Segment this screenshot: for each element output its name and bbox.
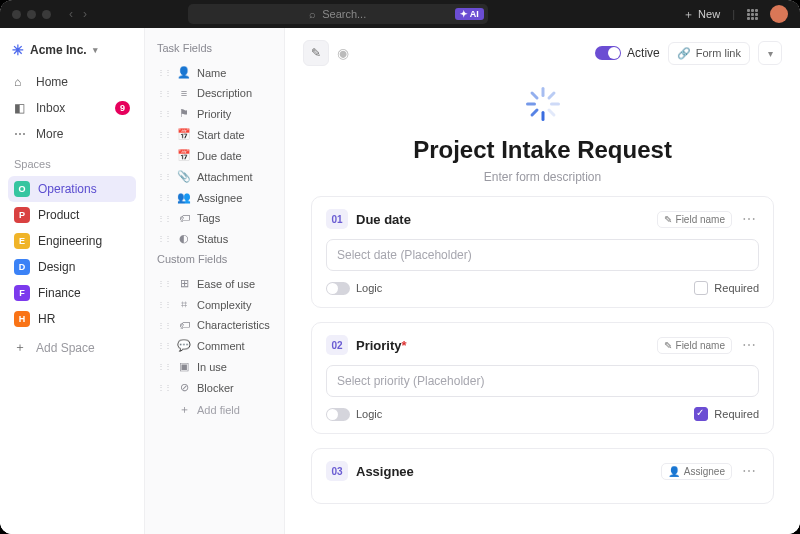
grip-icon[interactable]: ⋮⋮ bbox=[157, 362, 171, 371]
nav-inbox[interactable]: ◧Inbox9 bbox=[8, 96, 136, 120]
field-item-status[interactable]: ⋮⋮◐Status bbox=[151, 228, 278, 249]
field-title[interactable]: Due date bbox=[356, 212, 411, 227]
field-item-complexity[interactable]: ⋮⋮⌗Complexity bbox=[151, 294, 278, 315]
cal-icon: 📅 bbox=[178, 128, 190, 141]
edit-mode-button[interactable]: ✎ bbox=[303, 40, 329, 66]
chip-icon: 👤 bbox=[668, 466, 680, 477]
grip-icon[interactable]: ⋮⋮ bbox=[157, 89, 171, 98]
field-name-chip[interactable]: 👤Assignee bbox=[661, 463, 732, 480]
grip-icon[interactable]: ⋮⋮ bbox=[157, 234, 171, 243]
ai-badge[interactable]: ✦ AI bbox=[455, 8, 484, 20]
field-item-attachment[interactable]: ⋮⋮📎Attachment bbox=[151, 166, 278, 187]
space-label: Engineering bbox=[38, 234, 102, 248]
form-field-card-assignee[interactable]: 03Assignee👤Assignee⋯ bbox=[311, 448, 774, 504]
clip-icon: 📎 bbox=[178, 170, 190, 183]
sidebar-space-engineering[interactable]: EEngineering bbox=[8, 228, 136, 254]
history-forward-icon[interactable]: › bbox=[83, 7, 87, 21]
field-menu-button[interactable]: ⋯ bbox=[740, 463, 759, 479]
grip-icon[interactable]: ⋮⋮ bbox=[157, 193, 171, 202]
inbox-badge: 9 bbox=[115, 101, 130, 115]
active-toggle[interactable]: Active bbox=[595, 46, 660, 60]
field-placeholder-input[interactable]: Select date (Placeholder) bbox=[326, 239, 759, 271]
grip-icon[interactable]: ⋮⋮ bbox=[157, 300, 171, 309]
search-icon: ⌕ bbox=[309, 8, 316, 20]
search-placeholder: Search... bbox=[322, 8, 366, 20]
required-checkbox[interactable] bbox=[694, 407, 708, 421]
field-item-comment[interactable]: ⋮⋮💬Comment bbox=[151, 335, 278, 356]
sidebar-space-operations[interactable]: OOperations bbox=[8, 176, 136, 202]
grip-icon[interactable]: ⋮⋮ bbox=[157, 214, 171, 223]
field-placeholder-input[interactable]: Select priority (Placeholder) bbox=[326, 365, 759, 397]
grip-icon[interactable]: ⋮⋮ bbox=[157, 130, 171, 139]
logic-label: Logic bbox=[356, 282, 382, 294]
pencil-icon: ✎ bbox=[311, 46, 321, 60]
logic-toggle[interactable] bbox=[326, 408, 350, 421]
global-search[interactable]: ⌕ Search... ✦ AI bbox=[188, 4, 488, 24]
window-controls[interactable] bbox=[12, 10, 51, 19]
sidebar-space-hr[interactable]: HHR bbox=[8, 306, 136, 332]
add-field-button[interactable]: ⋮⋮＋Add field bbox=[151, 398, 278, 421]
avatar[interactable] bbox=[770, 5, 788, 23]
home-icon: ⌂ bbox=[14, 75, 28, 89]
field-item-blocker[interactable]: ⋮⋮⊘Blocker bbox=[151, 377, 278, 398]
grip-icon[interactable]: ⋮⋮ bbox=[157, 321, 171, 330]
preview-mode-button[interactable]: ◉ bbox=[337, 45, 349, 61]
grip-icon[interactable]: ⋮⋮ bbox=[157, 341, 171, 350]
form-title[interactable]: Project Intake Request bbox=[285, 136, 800, 164]
required-label: Required bbox=[714, 408, 759, 420]
required-checkbox[interactable] bbox=[694, 281, 708, 295]
logic-toggle[interactable] bbox=[326, 282, 350, 295]
field-item-characteristics[interactable]: ⋮⋮🏷Characteristics bbox=[151, 315, 278, 335]
form-builder-main: ✎ ◉ Active 🔗Form link ▾ Project Intake R… bbox=[285, 28, 800, 534]
field-label: Characteristics bbox=[197, 319, 270, 331]
field-item-assignee[interactable]: ⋮⋮👥Assignee bbox=[151, 187, 278, 208]
field-item-in-use[interactable]: ⋮⋮▣In use bbox=[151, 356, 278, 377]
fields-panel: Task Fields ⋮⋮👤Name⋮⋮≡Description⋮⋮⚑Prio… bbox=[145, 28, 285, 534]
sidebar-space-product[interactable]: PProduct bbox=[8, 202, 136, 228]
grip-icon[interactable]: ⋮⋮ bbox=[157, 279, 171, 288]
grip-icon[interactable]: ⋮⋮ bbox=[157, 151, 171, 160]
history-back-icon[interactable]: ‹ bbox=[69, 7, 73, 21]
nav-home[interactable]: ⌂Home bbox=[8, 70, 136, 94]
field-menu-button[interactable]: ⋯ bbox=[740, 337, 759, 353]
grip-icon[interactable]: ⋮⋮ bbox=[157, 172, 171, 181]
field-label: Start date bbox=[197, 129, 245, 141]
field-menu-button[interactable]: ⋯ bbox=[740, 211, 759, 227]
grip-icon[interactable]: ⋮⋮ bbox=[157, 68, 171, 77]
new-button[interactable]: ＋ New bbox=[683, 7, 720, 22]
space-badge: F bbox=[14, 285, 30, 301]
nav-more[interactable]: ⋯More bbox=[8, 122, 136, 146]
field-title[interactable]: Assignee bbox=[356, 464, 414, 479]
field-item-name[interactable]: ⋮⋮👤Name bbox=[151, 62, 278, 83]
grip-icon[interactable]: ⋮⋮ bbox=[157, 383, 171, 392]
grip-icon[interactable]: ⋮⋮ bbox=[157, 109, 171, 118]
field-item-priority[interactable]: ⋮⋮⚑Priority bbox=[151, 103, 278, 124]
form-field-card-due-date[interactable]: 01Due date✎Field name⋯Select date (Place… bbox=[311, 196, 774, 308]
more-icon: ⋯ bbox=[14, 127, 28, 141]
apps-icon[interactable] bbox=[747, 9, 758, 20]
field-item-description[interactable]: ⋮⋮≡Description bbox=[151, 83, 278, 103]
nav-arrows[interactable]: ‹ › bbox=[69, 7, 87, 21]
field-name-chip[interactable]: ✎Field name bbox=[657, 211, 732, 228]
workspace-switcher[interactable]: ✳ Acme Inc. ▾ bbox=[8, 38, 136, 68]
form-link-button[interactable]: 🔗Form link bbox=[668, 42, 750, 65]
field-item-due-date[interactable]: ⋮⋮📅Due date bbox=[151, 145, 278, 166]
form-field-card-priority[interactable]: 02Priority*✎Field name⋯Select priority (… bbox=[311, 322, 774, 434]
flag-icon: ⚑ bbox=[178, 107, 190, 120]
custom-fields-heading: Custom Fields bbox=[151, 249, 278, 273]
field-item-ease-of-use[interactable]: ⋮⋮⊞Ease of use bbox=[151, 273, 278, 294]
field-name-chip[interactable]: ✎Field name bbox=[657, 337, 732, 354]
sidebar-space-finance[interactable]: FFinance bbox=[8, 280, 136, 306]
space-badge: P bbox=[14, 207, 30, 223]
add-space-button[interactable]: ＋Add Space bbox=[8, 334, 136, 361]
form-link-menu[interactable]: ▾ bbox=[758, 41, 782, 65]
workspace-logo-icon: ✳ bbox=[12, 42, 24, 58]
form-subtitle[interactable]: Enter form description bbox=[285, 170, 800, 184]
form-toolbar: ✎ ◉ Active 🔗Form link ▾ bbox=[285, 28, 800, 72]
field-item-tags[interactable]: ⋮⋮🏷Tags bbox=[151, 208, 278, 228]
tray-icon: ◧ bbox=[14, 101, 28, 115]
field-label: Complexity bbox=[197, 299, 251, 311]
field-item-start-date[interactable]: ⋮⋮📅Start date bbox=[151, 124, 278, 145]
sidebar-space-design[interactable]: DDesign bbox=[8, 254, 136, 280]
field-title[interactable]: Priority* bbox=[356, 338, 407, 353]
